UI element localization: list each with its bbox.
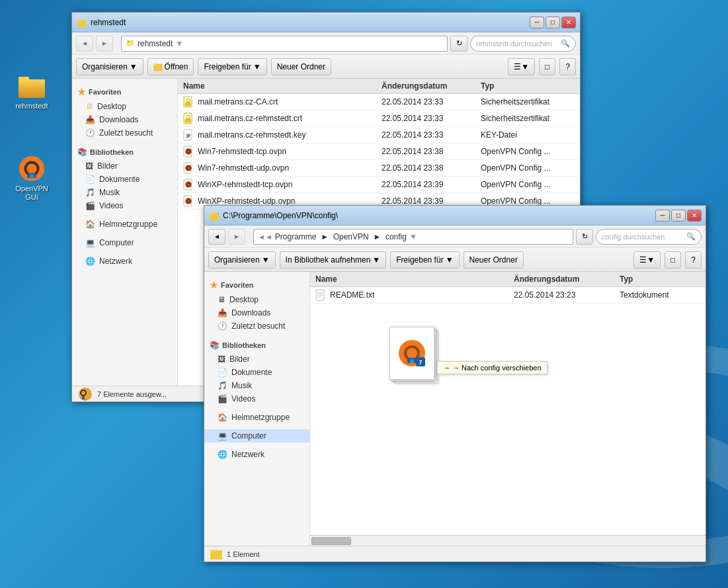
preview-button[interactable]: □ [539,58,555,75]
search-bar-window2[interactable]: config durchsuchen 🔍 [596,229,702,245]
breadcrumb-window2: Programme ► OpenVPN ► config [275,232,407,241]
table-row[interactable]: WinXP-rehmstedt-tcp.ovpn 22.05.2014 23:3… [178,177,580,193]
sidebar-dokumente[interactable]: 📄 Dokumente [72,173,177,186]
sidebar-downloads-w2[interactable]: 📥 Downloads [204,306,309,319]
svg-rect-11 [77,19,81,22]
desktop-folder-icon: 🖥 [85,102,93,111]
sidebar-bilder-w2[interactable]: 🖼 Bilder [204,353,309,366]
maximize-button[interactable]: □ [546,17,560,28]
toolbar-window1: Organisieren ▼ Öffnen Freigeben für ▼ Ne… [72,55,580,79]
sidebar-musik[interactable]: 🎵 Musik [72,186,177,199]
forward-button[interactable]: ► [96,36,113,52]
favoriten-header[interactable]: ★ Favoriten [72,84,177,100]
col-type-w2[interactable]: Typ [620,274,706,284]
neuer-ordner-button-w2[interactable]: Neuer Ordner [464,251,524,269]
search-bar-window1[interactable]: rehmstedt durchsuchen 🔍 [470,36,576,52]
help-button[interactable]: ? [559,58,576,75]
col-date-w2[interactable]: Änderungsdatum [514,274,620,284]
scrollbar-thumb[interactable] [311,537,351,545]
refresh-button-w2[interactable]: ↻ [576,229,593,245]
svg-rect-46 [416,357,425,366]
maximize-button-w2[interactable]: □ [671,210,686,222]
freigeben-button[interactable]: Freigeben für ▼ [198,58,266,75]
dropdown-arrow-w2[interactable]: ▼ [409,232,417,241]
col-type[interactable]: Typ [481,81,580,91]
library-icon: 📚 [77,147,87,157]
folder-open-icon [153,62,163,71]
forward-button-w2[interactable]: ► [228,229,245,245]
window2-body: ★ Favoriten 🖥 Desktop 📥 Downloads 🕐 Zule… [204,272,706,546]
sidebar-netzwerk-w2[interactable]: 🌐 Netzwerk [204,448,309,461]
neuer-ordner-button[interactable]: Neuer Ordner [271,58,331,75]
col-name-w2[interactable]: Name [315,274,514,284]
refresh-button[interactable]: ↻ [450,36,467,52]
scrollbar-horizontal-w2[interactable] [310,535,706,546]
close-button[interactable]: ✕ [561,17,576,28]
drag-card-back1 [391,329,436,382]
table-row[interactable]: Win7-rehmstedt-udp.ovpn 22.05.2014 23:38… [178,160,580,177]
svg-rect-4 [19,82,30,85]
desktop-icon-openvpn[interactable]: OpenVPN GUI [8,155,56,202]
svg-rect-15 [185,103,190,106]
computer-section-w2: 💻 Computer [204,429,309,442]
bibliotheken-header[interactable]: 📚 Bibliotheken [72,145,177,159]
bilder-icon: 🖼 [85,161,93,171]
view-button-w2[interactable]: ☰▼ [633,251,661,269]
organisieren-button[interactable]: Organisieren ▼ [76,58,143,75]
table-row[interactable]: mail.metrans.cz-CA.crt 22.05.2014 23:33 … [178,94,580,110]
preview-button-w2[interactable]: □ [665,251,681,269]
svg-point-25 [185,165,192,171]
sidebar-downloads[interactable]: 📥 Downloads [72,113,177,126]
sidebar-bilder[interactable]: 🖼 Bilder [72,159,177,173]
breadcrumb-icon: 📁 [126,39,135,48]
svg-rect-37 [210,212,214,215]
col-date[interactable]: Änderungsdatum [382,81,481,91]
sidebar-heimnetz-w2[interactable]: 🏠 Heimnetzgruppe [204,411,309,424]
column-headers-window1: Name Änderungsdatum Typ Größe [178,79,580,94]
desktop-icon-rehmstedt[interactable]: rehmstedt [8,73,56,110]
sidebar-computer-w2[interactable]: 💻 Computer [204,429,309,442]
minimize-button-w2[interactable]: ─ [655,210,670,222]
col-name[interactable]: Name [183,81,382,91]
table-row[interactable]: Win7-rehmstedt-tcp.ovpn 22.05.2014 23:38… [178,144,580,160]
svg-point-42 [399,340,425,366]
back-button[interactable]: ◄ [76,36,93,52]
organisieren-button-w2[interactable]: Organisieren ▼ [208,251,276,269]
bibliotheken-section: 📚 Bibliotheken 🖼 Bilder 📄 Dokumente 🎵 Mu… [72,145,177,212]
sidebar-zuletzt-w2[interactable]: 🕐 Zuletzt besucht [204,319,309,333]
sidebar-netzwerk[interactable]: 🌐 Netzwerk [72,255,177,268]
address-bar-window1[interactable]: 📁 rehmstedt ▼ [121,36,448,52]
folder-icon [19,73,45,99]
address-bar-window2[interactable]: ◄◄ Programme ► OpenVPN ► config ▼ [253,229,573,245]
favoriten-header-w2[interactable]: ★ Favoriten [204,277,309,293]
table-row[interactable]: mail.metrans.cz-rehmstedt.crt 22.05.2014… [178,110,580,127]
table-row[interactable]: mail.metrans.cz-rehmstedt.key 22.05.2014… [178,127,580,144]
sidebar-videos[interactable]: 🎬 Videos [72,199,177,212]
sidebar-dokumente-w2[interactable]: 📄 Dokumente [204,366,309,379]
table-row[interactable]: README.txt 22.05.2014 23:23 Textdokument… [310,287,706,304]
sidebar-musik-w2[interactable]: 🎵 Musik [204,379,309,392]
close-button-w2[interactable]: ✕ [687,210,702,222]
dropdown-arrow[interactable]: ▼ [175,39,183,48]
drag-file-stack: 7 [389,327,442,386]
help-button-w2[interactable]: ? [685,251,702,269]
view-button[interactable]: ☰▼ [508,58,535,75]
dropdown-icon: ▼ [130,62,138,71]
status-text-window1: 7 Elemente ausgew... [97,390,167,398]
sidebar-desktop[interactable]: 🖥 Desktop [72,100,177,113]
sidebar-heimnetz[interactable]: 🏠 Heimnetzgruppe [72,218,177,231]
freigeben-button-w2[interactable]: Freigeben für ▼ [390,251,459,269]
sidebar-window1: ★ Favoriten 🖥 Desktop 📥 Downloads 🕐 Zule… [72,79,178,386]
back-button-w2[interactable]: ◄ [208,229,225,245]
dropdown-icon2: ▼ [253,62,261,71]
netzwerk-icon: 🌐 [85,257,95,266]
in-bibliothek-button[interactable]: In Bibliothek aufnehmen ▼ [280,251,387,269]
sidebar-zuletzt[interactable]: 🕐 Zuletzt besucht [72,126,177,140]
minimize-button[interactable]: ─ [530,17,544,28]
drag-preview-area: 7 → → Nach config verschieben [389,327,442,386]
bibliotheken-header-w2[interactable]: 📚 Bibliotheken [204,338,309,353]
sidebar-desktop-w2[interactable]: 🖥 Desktop [204,293,309,306]
oeffnen-button[interactable]: Öffnen [147,58,194,75]
sidebar-videos-w2[interactable]: 🎬 Videos [204,392,309,405]
sidebar-computer[interactable]: 💻 Computer [72,236,177,249]
